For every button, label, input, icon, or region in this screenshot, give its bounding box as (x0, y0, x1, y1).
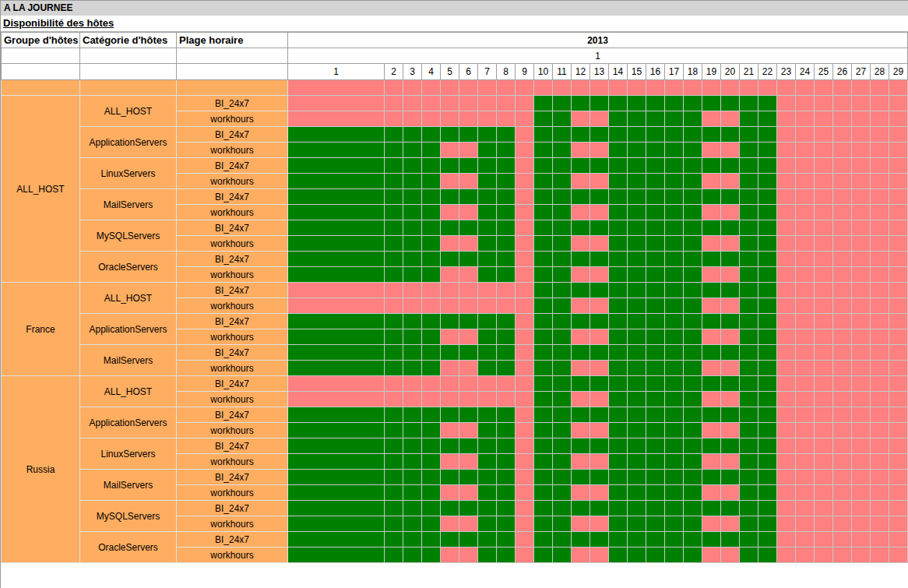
day-header: 7 (478, 64, 497, 80)
day-header: 8 (497, 64, 516, 80)
subtitle-bar: Disponibilité des hôtes (1, 16, 908, 32)
status-cell-available (740, 407, 758, 423)
status-cell-unavailable (590, 423, 609, 438)
status-cell-available (740, 314, 758, 329)
status-cell-unavailable (889, 376, 908, 392)
status-cell-available (702, 283, 721, 298)
status-cell-available (459, 501, 478, 516)
status-cell-available (684, 361, 702, 376)
availability-report-link[interactable]: Disponibilité des hôtes (3, 17, 114, 29)
status-cell-unavailable (852, 516, 871, 532)
col-header-group: Groupe d'hôtes (2, 33, 80, 48)
timeperiod-cell: workhours (177, 548, 288, 563)
status-cell-unavailable (702, 454, 721, 470)
status-cell-unavailable (422, 376, 441, 392)
status-cell-available (497, 516, 516, 532)
status-cell-available (702, 220, 721, 236)
status-cell-unavailable (288, 298, 385, 314)
status-cell-unavailable (796, 470, 815, 485)
status-cell-unavailable (516, 205, 534, 220)
status-cell-unavailable (288, 80, 385, 96)
day-header: 14 (609, 64, 628, 80)
status-cell-available (665, 127, 684, 143)
status-cell-unavailable (852, 376, 871, 392)
status-cell-available (422, 361, 441, 376)
timeperiod-cell: workhours (177, 267, 288, 283)
status-cell-available (628, 516, 646, 532)
status-cell-unavailable (796, 205, 815, 220)
status-cell-available (665, 205, 684, 220)
status-cell-available (665, 189, 684, 205)
timeperiod-cell: workhours (177, 236, 288, 252)
status-cell-available (702, 252, 721, 267)
status-cell-unavailable (572, 485, 590, 501)
status-cell-available (534, 376, 553, 392)
status-cell-available (422, 220, 441, 236)
status-cell-unavailable (833, 361, 852, 376)
status-cell-unavailable (796, 548, 815, 563)
status-cell-available (628, 423, 646, 438)
status-cell-available (684, 376, 702, 392)
status-cell-available (553, 189, 572, 205)
status-cell-unavailable (777, 111, 796, 127)
status-cell-available (478, 454, 497, 470)
empty-header-cell (80, 48, 177, 64)
status-cell-available (553, 267, 572, 283)
status-cell-unavailable (889, 158, 908, 174)
status-cell-unavailable (516, 392, 534, 407)
status-cell-unavailable (889, 548, 908, 563)
status-cell-unavailable (516, 314, 534, 329)
status-cell-unavailable (459, 80, 478, 96)
status-cell-available (684, 220, 702, 236)
status-cell-unavailable (777, 174, 796, 189)
status-cell-unavailable (478, 298, 497, 314)
status-cell-unavailable (852, 158, 871, 174)
status-cell-unavailable (441, 143, 459, 158)
status-cell-unavailable (871, 127, 889, 143)
status-cell-unavailable (516, 407, 534, 423)
status-cell-available (478, 205, 497, 220)
status-cell-available (497, 236, 516, 252)
status-cell-available (553, 96, 572, 111)
status-cell-unavailable (441, 485, 459, 501)
empty-label-cell (177, 80, 288, 96)
data-row: MySQLServersBI_24x7 (2, 501, 908, 516)
status-cell-unavailable (815, 329, 833, 345)
status-cell-unavailable (288, 376, 385, 392)
status-cell-unavailable (288, 283, 385, 298)
status-cell-available (665, 174, 684, 189)
status-cell-unavailable (833, 501, 852, 516)
status-cell-available (497, 532, 516, 548)
status-cell-available (288, 252, 385, 267)
status-cell-unavailable (852, 283, 871, 298)
status-cell-available (422, 189, 441, 205)
data-row: MailServersBI_24x7 (2, 470, 908, 485)
status-cell-available (758, 501, 777, 516)
status-cell-unavailable (516, 548, 534, 563)
day-header: 19 (702, 64, 721, 80)
day-header: 5 (441, 64, 459, 80)
data-row: OracleServersBI_24x7 (2, 252, 908, 267)
status-cell-available (646, 361, 665, 376)
status-cell-available (740, 470, 758, 485)
status-cell-available (628, 548, 646, 563)
status-cell-available (403, 329, 422, 345)
status-cell-available (403, 501, 422, 516)
status-cell-available (740, 205, 758, 220)
status-cell-available (441, 438, 459, 454)
status-cell-available (572, 345, 590, 361)
status-cell-available (702, 158, 721, 174)
status-cell-unavailable (815, 158, 833, 174)
status-cell-available (684, 127, 702, 143)
status-cell-unavailable (516, 470, 534, 485)
status-cell-unavailable (815, 127, 833, 143)
status-cell-unavailable (721, 548, 740, 563)
status-cell-unavailable (833, 127, 852, 143)
status-cell-available (590, 158, 609, 174)
status-cell-available (646, 314, 665, 329)
status-cell-unavailable (815, 470, 833, 485)
status-cell-unavailable (796, 174, 815, 189)
status-cell-available (572, 470, 590, 485)
status-cell-unavailable (516, 501, 534, 516)
status-cell-available (478, 252, 497, 267)
